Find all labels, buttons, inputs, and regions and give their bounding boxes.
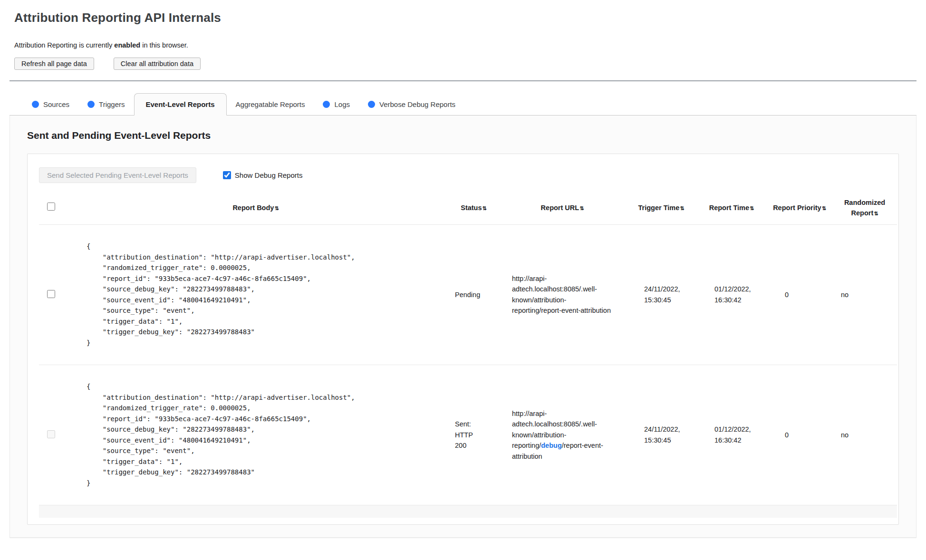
tab-verbose-debug-reports[interactable]: Verbose Debug Reports xyxy=(359,93,464,116)
tab-triggers-label: Triggers xyxy=(99,100,125,108)
col-label-trigger-time: Trigger Time xyxy=(638,204,680,212)
verbose-notification-dot-icon xyxy=(368,101,375,108)
select-all-checkbox[interactable] xyxy=(47,203,55,211)
attribution-internals-page: Attribution Reporting API Internals Attr… xyxy=(0,0,926,538)
logs-notification-dot-icon xyxy=(323,101,330,108)
report-url-cell: http://arapi-adtech.localhost:8085/.well… xyxy=(499,224,626,365)
tab-logs-label: Logs xyxy=(334,100,350,108)
triggers-notification-dot-icon xyxy=(87,101,95,108)
show-debug-reports-checkbox[interactable] xyxy=(223,171,231,179)
select-all-header-cell xyxy=(39,192,63,224)
debug-url-link[interactable]: debug xyxy=(541,442,562,449)
row-select-cell xyxy=(39,365,63,505)
row-select-cell xyxy=(39,224,63,365)
tab-logs[interactable]: Logs xyxy=(314,93,359,116)
report-time-cell: 01/12/2022, 16:30:42 xyxy=(696,365,767,505)
col-header-status[interactable]: Status⇅ xyxy=(449,192,499,224)
tab-aggregatable-reports[interactable]: Aggregatable Reports xyxy=(227,93,314,116)
col-label-report-priority: Report Priority xyxy=(773,204,821,212)
show-debug-reports-toggle[interactable]: Show Debug Reports xyxy=(223,171,303,179)
tab-sources-label: Sources xyxy=(43,100,69,108)
status-enabled: enabled xyxy=(114,41,140,49)
table-footer-strip xyxy=(39,505,897,518)
report-body-cell: { "attribution_destination": "http://ara… xyxy=(63,365,449,505)
reports-box: Send Selected Pending Event-Level Report… xyxy=(27,154,899,525)
refresh-all-button[interactable]: Refresh all page data xyxy=(14,58,94,70)
sort-icon[interactable]: ⇅ xyxy=(750,205,754,211)
status-suffix: in this browser. xyxy=(140,41,188,49)
col-label-status: Status xyxy=(461,204,482,212)
clear-all-button[interactable]: Clear all attribution data xyxy=(114,58,201,70)
col-label-report-body: Report Body xyxy=(232,204,274,212)
tabs-container: Sources Triggers Event-Level Reports Agg… xyxy=(10,93,916,538)
trigger-time-cell: 24/11/2022, 15:30:45 xyxy=(626,224,696,365)
sort-icon[interactable]: ⇅ xyxy=(822,205,826,211)
table-header-row: Report Body⇅ Status⇅ Report URL⇅ Trigger… xyxy=(39,192,897,224)
report-body-json: { "attribution_destination": "http://ara… xyxy=(63,238,449,351)
send-selected-reports-button[interactable]: Send Selected Pending Event-Level Report… xyxy=(39,167,196,183)
event-level-reports-table: Report Body⇅ Status⇅ Report URL⇅ Trigger… xyxy=(39,192,897,518)
col-label-report-url: Report URL xyxy=(541,204,579,212)
row-select-checkbox[interactable] xyxy=(47,290,55,298)
page-title: Attribution Reporting API Internals xyxy=(14,10,912,25)
sort-icon[interactable]: ⇅ xyxy=(482,205,487,211)
trigger-time-cell: 24/11/2022, 15:30:45 xyxy=(626,365,696,505)
header-divider xyxy=(10,80,916,81)
col-header-report-time[interactable]: Report Time⇅ xyxy=(696,192,767,224)
report-url-text: http://arapi-adtech.localhost:8085/.well… xyxy=(512,275,611,314)
status-cell: Pending xyxy=(449,224,499,365)
report-body-cell: { "attribution_destination": "http://ara… xyxy=(63,224,449,365)
report-priority-cell: 0 xyxy=(767,365,832,505)
col-header-report-url[interactable]: Report URL⇅ xyxy=(499,192,626,224)
col-header-report-priority[interactable]: Report Priority⇅ xyxy=(767,192,832,224)
col-header-report-body[interactable]: Report Body⇅ xyxy=(63,192,449,224)
randomized-report-cell: no xyxy=(832,365,897,505)
api-status-text: Attribution Reporting is currently enabl… xyxy=(14,41,912,49)
col-header-trigger-time[interactable]: Trigger Time⇅ xyxy=(626,192,696,224)
report-url-cell: http://arapi-adtech.localhost:8085/.well… xyxy=(499,365,626,505)
tab-triggers[interactable]: Triggers xyxy=(78,93,134,116)
sort-icon[interactable]: ⇅ xyxy=(680,205,684,211)
report-row-sent: { "attribution_destination": "http://ara… xyxy=(39,365,897,505)
col-label-report-time: Report Time xyxy=(709,204,749,212)
sort-icon[interactable]: ⇅ xyxy=(874,211,878,216)
report-priority-cell: 0 xyxy=(767,224,832,365)
col-label-randomized-report: Randomized Report xyxy=(844,199,885,217)
event-level-reports-panel: Sent and Pending Event-Level Reports Sen… xyxy=(10,116,916,538)
sources-notification-dot-icon xyxy=(32,101,39,108)
status-prefix: Attribution Reporting is currently xyxy=(14,41,114,49)
tab-aggregatable-label: Aggregatable Reports xyxy=(236,100,305,108)
report-time-cell: 01/12/2022, 16:30:42 xyxy=(696,224,767,365)
tab-verbose-label: Verbose Debug Reports xyxy=(379,100,455,108)
randomized-report-cell: no xyxy=(832,224,897,365)
tab-event-level-reports[interactable]: Event-Level Reports xyxy=(134,93,227,116)
tab-event-level-label: Event-Level Reports xyxy=(146,100,215,108)
top-button-row: Refresh all page data Clear all attribut… xyxy=(14,58,912,70)
section-heading: Sent and Pending Event-Level Reports xyxy=(27,130,899,141)
tab-strip: Sources Triggers Event-Level Reports Agg… xyxy=(10,93,916,116)
report-controls: Send Selected Pending Event-Level Report… xyxy=(39,167,887,183)
report-body-json: { "attribution_destination": "http://ara… xyxy=(63,378,449,491)
col-header-randomized-report[interactable]: Randomized Report⇅ xyxy=(832,192,897,224)
show-debug-reports-label: Show Debug Reports xyxy=(235,171,303,179)
status-cell: Sent: HTTP 200 xyxy=(449,365,499,505)
sort-icon[interactable]: ⇅ xyxy=(579,205,584,211)
report-row-pending: { "attribution_destination": "http://ara… xyxy=(39,224,897,365)
sort-icon[interactable]: ⇅ xyxy=(274,205,279,211)
tab-sources[interactable]: Sources xyxy=(23,93,78,116)
row-select-checkbox-disabled xyxy=(47,430,55,438)
